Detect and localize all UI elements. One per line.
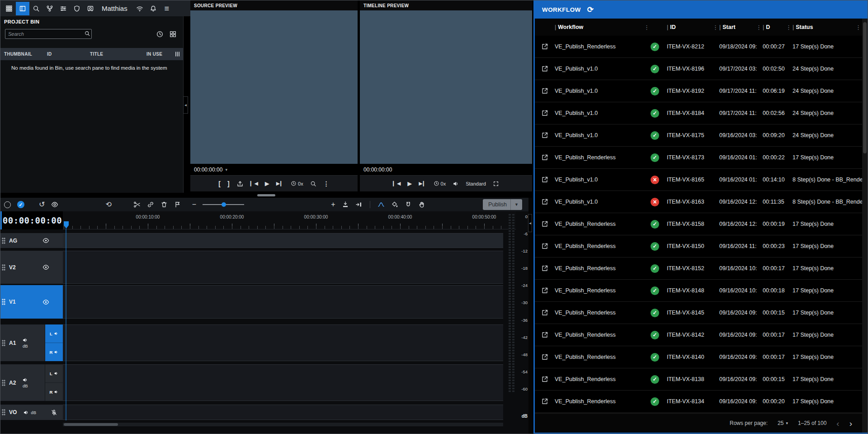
- fullscreen-icon[interactable]: [493, 181, 499, 187]
- drag-handle[interactable]: [2, 409, 7, 415]
- track-lane-a2[interactable]: [63, 364, 503, 401]
- open-in-new-icon[interactable]: [535, 287, 555, 294]
- col-workflow[interactable]: |Workflow⋮: [555, 24, 651, 31]
- undo-icon[interactable]: ↺: [39, 201, 45, 208]
- zoom-in-icon[interactable]: +: [331, 201, 335, 208]
- col-status[interactable]: |Status⋮: [793, 24, 862, 31]
- db-label[interactable]: dB: [23, 343, 28, 348]
- workflow-row[interactable]: VE_Publish_Renderless ITEM-VX-8150 09/16…: [535, 235, 862, 258]
- next-frame-icon[interactable]: ▶▎: [276, 181, 284, 186]
- open-in-new-icon[interactable]: [535, 154, 555, 161]
- track-lane-ag[interactable]: [63, 233, 503, 248]
- open-in-new-icon[interactable]: [535, 198, 555, 205]
- shield-icon[interactable]: [70, 2, 84, 15]
- prev-page-icon[interactable]: ‹: [836, 419, 839, 428]
- snap-magnet-icon[interactable]: [405, 201, 412, 208]
- channel-right[interactable]: R: [45, 343, 63, 361]
- open-in-new-icon[interactable]: [535, 65, 555, 72]
- slider-thumb[interactable]: [222, 202, 226, 207]
- channel-right[interactable]: R: [45, 382, 63, 401]
- workflow-row[interactable]: VE_Publish_Renderless ITEM-VX-8158 09/16…: [535, 213, 862, 235]
- workflow-row[interactable]: VE_Publish_Renderless ITEM-VX-8134 09/16…: [535, 391, 862, 413]
- mark-out-icon[interactable]: ]: [227, 180, 230, 187]
- workflow-row[interactable]: VE_Publish_Renderless ITEM-VX-8140 09/16…: [535, 346, 862, 368]
- track-lane-v2[interactable]: [63, 251, 503, 284]
- zoom-slider[interactable]: [203, 201, 244, 208]
- scrollbar-thumb[interactable]: [863, 22, 867, 153]
- open-in-new-icon[interactable]: [535, 87, 555, 95]
- panel-divider-handle[interactable]: [257, 194, 275, 196]
- wifi-icon[interactable]: [133, 2, 146, 15]
- workflow-row[interactable]: VE_Publish_Renderless ITEM-VX-8173 09/16…: [535, 147, 862, 169]
- open-in-new-icon[interactable]: [535, 265, 555, 272]
- refresh-icon[interactable]: ⟳: [587, 6, 594, 14]
- col-id[interactable]: |ID⋮: [667, 24, 719, 31]
- drag-handle[interactable]: [2, 264, 7, 271]
- workflow-row[interactable]: VE_Publish_v1.0 ITEM-VX-8163 09/16/2024 …: [535, 191, 862, 213]
- next-page-icon[interactable]: ›: [849, 419, 852, 428]
- volume-icon[interactable]: [453, 181, 459, 187]
- insert-clip-icon[interactable]: [342, 201, 349, 208]
- visibility-icon[interactable]: [42, 264, 49, 271]
- workflow-row[interactable]: VE_Publish_v1.0 ITEM-VX-8184 09/17/2024 …: [535, 102, 862, 124]
- layout-columns-icon[interactable]: [16, 2, 29, 15]
- track-volume-icon[interactable]: [22, 377, 28, 383]
- play-icon[interactable]: ▶: [407, 180, 412, 187]
- workflow-row[interactable]: VE_Publish_Renderless ITEM-VX-8148 09/16…: [535, 280, 862, 302]
- timeline-hscrollbar[interactable]: [63, 423, 503, 426]
- open-in-new-icon[interactable]: [535, 376, 555, 383]
- menu-icon[interactable]: ≡: [160, 2, 174, 15]
- zoom-out-icon[interactable]: −: [192, 201, 196, 208]
- overwrite-clip-icon[interactable]: [355, 201, 363, 208]
- grid-view-icon[interactable]: [169, 30, 177, 38]
- drag-handle[interactable]: [2, 238, 7, 244]
- col-duration[interactable]: |D⋮: [763, 24, 793, 31]
- more-options-icon[interactable]: ⋮: [323, 180, 330, 187]
- drag-handle[interactable]: [2, 299, 7, 305]
- visibility-icon[interactable]: [42, 237, 49, 244]
- open-in-new-icon[interactable]: [535, 220, 555, 228]
- track-volume-icon[interactable]: [22, 337, 28, 343]
- quality-selector[interactable]: Standard: [466, 181, 486, 186]
- db-label[interactable]: dB: [23, 383, 28, 388]
- workflow-row[interactable]: VE_Publish_v1.0 ITEM-VX-8175 09/16/2024 …: [535, 124, 862, 147]
- approve-check-icon[interactable]: ✓: [17, 201, 24, 208]
- history-icon[interactable]: [156, 30, 164, 38]
- fade-curve-icon[interactable]: [377, 201, 385, 208]
- sliders-icon[interactable]: [57, 2, 70, 15]
- track-lane-a1[interactable]: [63, 324, 503, 361]
- workflow-row[interactable]: VE_Publish_Renderless ITEM-VX-8145 09/16…: [535, 302, 862, 324]
- timeline-collapse-handle[interactable]: ◄: [528, 214, 532, 232]
- visibility-icon[interactable]: [42, 299, 49, 305]
- rows-per-page-select[interactable]: 25▾: [778, 420, 788, 426]
- open-in-new-icon[interactable]: [535, 353, 555, 361]
- user-name[interactable]: Matthias: [102, 5, 127, 12]
- workflow-row[interactable]: VE_Publish_Renderless ITEM-VX-8138 09/16…: [535, 368, 862, 391]
- workflow-row[interactable]: VE_Publish_Renderless ITEM-VX-8142 09/16…: [535, 324, 862, 346]
- zoom-icon[interactable]: [310, 181, 316, 187]
- track-lane-v1[interactable]: [63, 285, 503, 319]
- hand-tool-icon[interactable]: [418, 201, 425, 208]
- bin-collapse-handle[interactable]: ◄: [183, 96, 188, 114]
- workflow-row[interactable]: VE_Publish_v1.0 ITEM-VX-8165 09/16/2024 …: [535, 169, 862, 191]
- drag-handle[interactable]: [2, 340, 7, 346]
- open-in-new-icon[interactable]: [535, 110, 555, 117]
- track-lane-vo[interactable]: [63, 405, 503, 420]
- track-header-v2[interactable]: V2: [0, 251, 63, 284]
- history-icon[interactable]: ⟲: [105, 201, 111, 208]
- speed-indicator[interactable]: 0x: [434, 181, 446, 186]
- track-header-a1[interactable]: A1 dB L R: [0, 324, 63, 361]
- publish-button[interactable]: Publish ▼: [483, 199, 522, 210]
- col-start[interactable]: |Start⋮: [719, 24, 763, 31]
- open-in-new-icon[interactable]: [535, 398, 555, 405]
- workflow-row[interactable]: VE_Publish_v1.0 ITEM-VX-8192 09/17/2024 …: [535, 80, 862, 102]
- cut-scissors-icon[interactable]: [133, 201, 141, 208]
- speed-indicator[interactable]: 0x: [291, 181, 303, 186]
- bell-icon[interactable]: [146, 2, 160, 15]
- workflow-row[interactable]: VE_Publish_v1.0 ITEM-VX-8196 09/17/2024 …: [535, 58, 862, 80]
- prev-frame-icon[interactable]: ▎◀: [250, 181, 258, 186]
- drag-handle[interactable]: [2, 380, 7, 386]
- open-in-new-icon[interactable]: [535, 43, 555, 50]
- open-in-new-icon[interactable]: [535, 243, 555, 250]
- mic-muted-icon[interactable]: [51, 409, 57, 416]
